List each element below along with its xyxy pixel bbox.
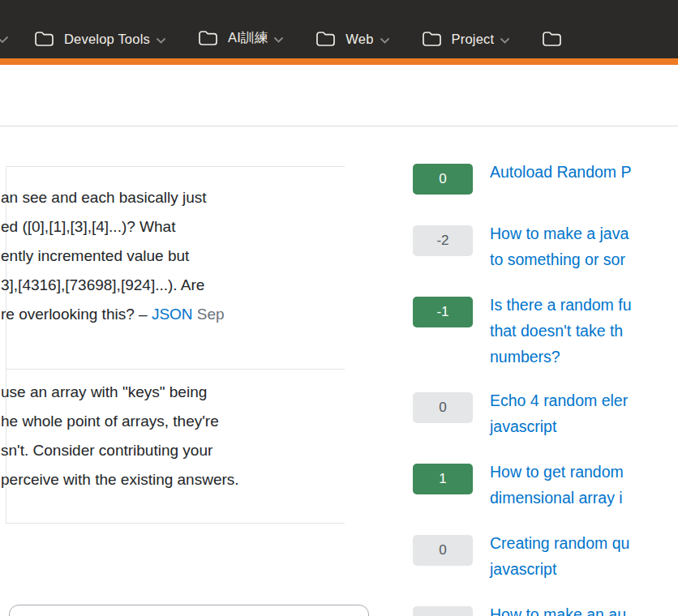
add-comment-box[interactable]: [9, 605, 369, 616]
related-link-line[interactable]: Is there a random fu: [490, 292, 632, 318]
chevron-down-icon: [500, 38, 509, 44]
bookmark-folder-ai-training[interactable]: AI訓練: [198, 29, 283, 47]
comment-line: sn't. Consider contributing your: [1, 436, 239, 465]
related-link-line[interactable]: that doesn't take th: [490, 318, 632, 344]
related-link-line[interactable]: Echo 4 random eler: [490, 387, 628, 413]
comment-line: he whole point of arrays, they're: [1, 407, 239, 436]
related-link-line[interactable]: numbers?: [490, 344, 632, 370]
related-link-line[interactable]: Creating random qu: [490, 530, 629, 556]
folder-icon: [422, 31, 442, 47]
related-link-line[interactable]: javascript: [490, 556, 629, 582]
related-question-row: How to make an au: [413, 601, 626, 616]
related-question-row: 0 Autoload Random P: [413, 159, 632, 195]
related-question-row: 0 Echo 4 random eler javascript: [413, 387, 628, 439]
comment-text-fragment: re overlooking this? –: [1, 306, 152, 323]
related-link-line[interactable]: Autoload Random P: [490, 159, 632, 185]
bookmark-label: Web: [345, 32, 373, 47]
bookmark-label: Project: [452, 32, 495, 47]
comment-line: an see and each basically just: [1, 183, 225, 212]
accent-bar: [0, 58, 678, 65]
comment-line: ently incremented value but: [1, 242, 225, 271]
related-question-link[interactable]: Autoload Random P: [490, 159, 632, 185]
related-question-link[interactable]: How to get random dimensional array i: [490, 459, 624, 511]
folder-icon: [34, 31, 54, 47]
bookmark-folder-project[interactable]: Project: [422, 31, 510, 47]
comment-author-link[interactable]: JSON: [152, 306, 193, 323]
related-question-link[interactable]: How to make an au: [490, 601, 626, 616]
related-link-line[interactable]: javascript: [490, 413, 628, 439]
comment-line: use an array with "keys" being: [1, 378, 239, 407]
related-question-link[interactable]: Echo 4 random eler javascript: [490, 387, 628, 439]
comment: use an array with "keys" being he whole …: [1, 378, 239, 494]
comment-date: Sep: [197, 306, 225, 323]
bookmark-label: AI訓練: [228, 29, 268, 47]
folder-icon: [315, 31, 336, 47]
comment-line: ed ([0],[1],[3],[4]...)? What: [1, 212, 225, 242]
score-badge: -2: [413, 225, 473, 256]
related-question-row: -1 Is there a random fu that doesn't tak…: [413, 292, 632, 370]
bookmark-folder-develop-tools[interactable]: Develop Tools: [34, 31, 165, 47]
related-link-line[interactable]: dimensional array i: [490, 485, 624, 511]
related-question-row: 0 Creating random qu javascript: [413, 530, 629, 582]
comment-line: re overlooking this? – JSON Sep: [1, 300, 225, 329]
score-badge: 0: [413, 392, 473, 423]
folder-icon: [542, 31, 562, 47]
folder-icon: [198, 30, 218, 46]
related-link-line[interactable]: How to get random: [490, 459, 624, 485]
related-question-row: 1 How to get random dimensional array i: [413, 459, 624, 511]
chevron-down-icon: [274, 37, 283, 43]
score-badge: [413, 606, 473, 616]
related-link-line[interactable]: How to make an au: [490, 601, 626, 616]
score-badge: 0: [413, 535, 473, 566]
score-badge: 1: [413, 464, 473, 494]
comment-divider: [6, 523, 345, 524]
chevron-down-icon: [380, 38, 389, 44]
bookmark-folder-web[interactable]: Web: [315, 31, 388, 47]
score-badge: -1: [413, 297, 473, 327]
related-question-link[interactable]: Creating random qu javascript: [490, 530, 629, 582]
bookmark-folder-partial[interactable]: [542, 31, 572, 47]
comment-divider: [6, 369, 345, 370]
bookmark-label: Develop Tools: [64, 32, 150, 47]
related-question-link[interactable]: How to make a java to something or sor: [490, 220, 629, 272]
related-link-line[interactable]: to something or sor: [490, 246, 629, 272]
bookmarks-bar: Develop Tools AI訓練 Web Project: [0, 0, 678, 58]
comment-line: 3],[4316],[73698],[924]...). Are: [1, 271, 225, 300]
comment-divider: [6, 166, 345, 167]
comment: an see and each basically just ed ([0],[…: [1, 183, 225, 329]
chevron-down-icon[interactable]: [0, 32, 8, 47]
chevron-down-icon: [157, 38, 165, 44]
site-header: [0, 65, 678, 126]
related-question-link[interactable]: Is there a random fu that doesn't take t…: [490, 292, 632, 370]
score-badge: 0: [413, 164, 473, 195]
related-link-line[interactable]: How to make a java: [490, 220, 629, 246]
comment-line: perceive with the existing answers.: [1, 465, 239, 494]
related-question-row: -2 How to make a java to something or so…: [413, 220, 629, 272]
